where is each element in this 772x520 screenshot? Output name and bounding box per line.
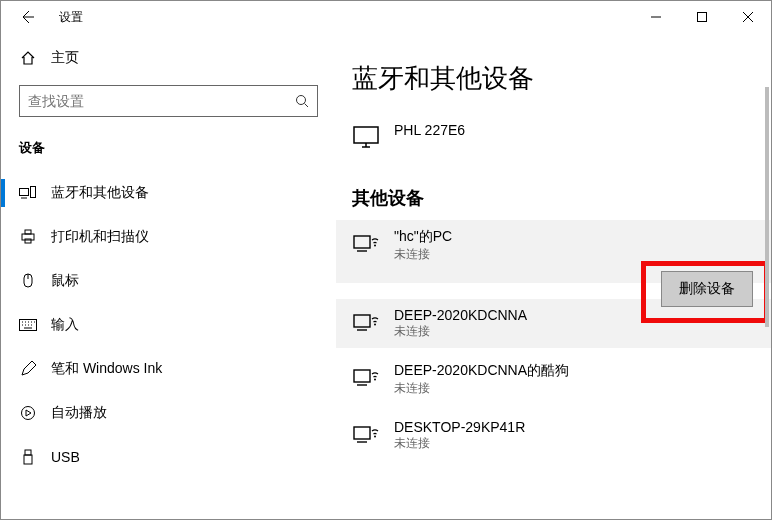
svg-point-1 (297, 96, 306, 105)
remove-device-button[interactable]: 删除设备 (661, 271, 753, 307)
content-area: 蓝牙和其他设备 PHL 227E6 其他设备 "hc"的PC 未连接 删除设备 (336, 33, 771, 519)
sidebar-item-bluetooth[interactable]: 蓝牙和其他设备 (1, 171, 336, 215)
pc-network-icon (352, 228, 380, 256)
svg-rect-5 (25, 230, 31, 234)
svg-point-18 (374, 379, 376, 381)
svg-rect-17 (354, 370, 370, 382)
sidebar-item-label: 笔和 Windows Ink (51, 360, 162, 378)
page-title: 蓝牙和其他设备 (336, 33, 771, 114)
sidebar-item-usb[interactable]: USB (1, 435, 336, 479)
device-name: DESKTOP-29KP41R (394, 419, 525, 435)
sidebar-item-pen[interactable]: 笔和 Windows Ink (1, 347, 336, 391)
svg-rect-12 (354, 127, 378, 143)
minimize-button[interactable] (633, 1, 679, 33)
sidebar-section-label: 设备 (1, 139, 336, 171)
app-title: 设置 (59, 9, 83, 26)
sidebar-item-autoplay[interactable]: 自动播放 (1, 391, 336, 435)
svg-rect-15 (354, 315, 370, 327)
remove-device-label: 删除设备 (679, 280, 735, 298)
svg-rect-13 (354, 236, 370, 248)
search-field[interactable] (28, 93, 295, 109)
printer-icon (19, 229, 37, 245)
pc-network-icon (352, 419, 380, 447)
search-input[interactable] (19, 85, 318, 117)
sidebar-item-label: USB (51, 449, 80, 465)
autoplay-icon (19, 405, 37, 421)
sidebar-item-typing[interactable]: 输入 (1, 303, 336, 347)
mouse-icon (19, 273, 37, 289)
svg-point-20 (374, 436, 376, 438)
svg-rect-19 (354, 427, 370, 439)
home-icon (19, 50, 37, 66)
device-status: 未连接 (394, 246, 452, 263)
svg-rect-11 (24, 455, 32, 464)
pc-network-icon (352, 307, 380, 335)
devices-icon (19, 186, 37, 200)
device-status: 未连接 (394, 435, 525, 452)
device-name: DEEP-2020KDCNNA (394, 307, 527, 323)
monitor-icon (352, 122, 380, 150)
svg-point-14 (374, 245, 376, 247)
svg-rect-0 (698, 13, 707, 22)
search-icon (295, 94, 309, 108)
sidebar-item-label: 输入 (51, 316, 79, 334)
device-name: "hc"的PC (394, 228, 452, 246)
back-icon[interactable] (19, 9, 35, 25)
usb-icon (19, 449, 37, 465)
sidebar-item-printers[interactable]: 打印机和扫描仪 (1, 215, 336, 259)
other-devices-heading: 其他设备 (336, 158, 771, 220)
sidebar-item-label: 自动播放 (51, 404, 107, 422)
device-item[interactable]: DESKTOP-29KP41R 未连接 (336, 411, 771, 460)
svg-point-9 (22, 407, 35, 420)
pc-network-icon (352, 362, 380, 390)
device-name: PHL 227E6 (394, 122, 465, 138)
svg-rect-3 (31, 187, 36, 198)
svg-rect-2 (20, 189, 29, 196)
sidebar: 主页 设备 蓝牙和其他设备 打印机和扫描仪 鼠标 (1, 33, 336, 519)
titlebar: 设置 (1, 1, 771, 33)
home-link[interactable]: 主页 (1, 49, 336, 85)
sidebar-item-mouse[interactable]: 鼠标 (1, 259, 336, 303)
sidebar-item-label: 蓝牙和其他设备 (51, 184, 149, 202)
keyboard-icon (19, 319, 37, 331)
sidebar-item-label: 鼠标 (51, 272, 79, 290)
device-status: 未连接 (394, 380, 569, 397)
svg-point-16 (374, 324, 376, 326)
pen-icon (19, 361, 37, 377)
close-button[interactable] (725, 1, 771, 33)
maximize-button[interactable] (679, 1, 725, 33)
svg-rect-10 (25, 450, 31, 455)
device-item[interactable]: DEEP-2020KDCNNA的酷狗 未连接 (336, 354, 771, 405)
home-label: 主页 (51, 49, 79, 67)
device-monitor[interactable]: PHL 227E6 (336, 114, 771, 158)
sidebar-item-label: 打印机和扫描仪 (51, 228, 149, 246)
scrollbar[interactable] (765, 87, 769, 327)
device-name: DEEP-2020KDCNNA的酷狗 (394, 362, 569, 380)
device-status: 未连接 (394, 323, 527, 340)
